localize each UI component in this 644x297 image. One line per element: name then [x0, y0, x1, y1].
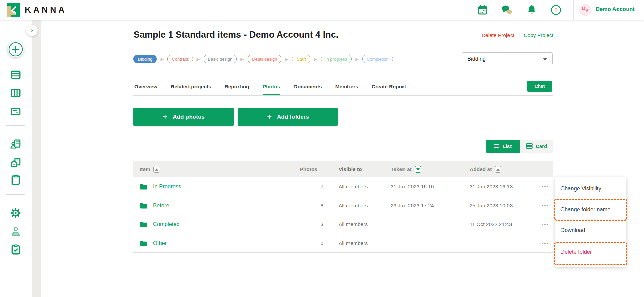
copy-project-link[interactable]: Copy Project: [524, 32, 553, 38]
rows-icon: [10, 69, 21, 80]
sidebar-divider: [6, 125, 25, 126]
account-avatar[interactable]: D A: [579, 4, 591, 16]
visible-to: All members: [325, 203, 391, 209]
pipeline-arrow-icon: ▶: [285, 57, 288, 62]
status-badge-bidding[interactable]: Bidding: [133, 55, 157, 63]
chevron-right-icon: ›: [31, 27, 33, 34]
sidebar-item-clipboard[interactable]: [10, 174, 21, 186]
help-icon[interactable]: ?: [550, 4, 562, 16]
status-badge-in-progress[interactable]: In progress: [321, 55, 352, 63]
table-row: Other 0 All members •••: [133, 234, 553, 253]
photos-count: 0: [295, 240, 325, 246]
add-photos-button[interactable]: + Add photos: [133, 108, 234, 126]
visible-to: All members: [325, 240, 391, 246]
tab-create-report[interactable]: Create Report: [372, 84, 406, 95]
row-more-button[interactable]: •••: [542, 203, 553, 208]
sort-asc-button[interactable]: [153, 166, 160, 173]
pipeline-arrow-icon: ▶: [240, 57, 244, 62]
sort-asc-button[interactable]: [495, 166, 501, 173]
tab-related-projects[interactable]: Related projects: [171, 84, 211, 95]
tab-bar: Overview Related projects Reporting Phot…: [133, 80, 553, 96]
row-more-button[interactable]: •••: [542, 240, 553, 246]
sort-asc-icon: [496, 168, 500, 171]
folder-icon: [140, 183, 148, 190]
kanna-logo-icon[interactable]: [7, 3, 20, 17]
chat-button[interactable]: Chat: [527, 81, 552, 92]
tab-overview[interactable]: Overview: [134, 84, 157, 95]
list-view-button[interactable]: List: [486, 140, 520, 153]
column-header-taken-at: Taken at: [391, 166, 412, 172]
pipeline-arrow-icon: ▶: [355, 57, 359, 62]
folder-link[interactable]: Completed: [153, 221, 180, 227]
card-icon: [10, 106, 21, 117]
sidebar-gutter: [32, 20, 41, 297]
menu-item-change-visibility[interactable]: Change Visibility: [560, 185, 601, 192]
header-divider: [573, 0, 574, 20]
sidebar-item-tasks[interactable]: [10, 244, 21, 255]
status-badge-completion[interactable]: Completion: [362, 55, 393, 63]
delete-project-link[interactable]: Delete Project: [482, 32, 514, 38]
row-more-button[interactable]: •••: [542, 184, 553, 189]
sidebar-item-settings[interactable]: [10, 207, 21, 219]
add-folders-button[interactable]: + Add folders: [238, 108, 338, 126]
sort-asc-icon: [155, 168, 158, 171]
menu-item-delete-folder[interactable]: Delete folder: [560, 249, 592, 255]
plus-icon: +: [267, 113, 272, 121]
card-view-icon: [526, 143, 533, 149]
status-badge-detail-design[interactable]: Detail design: [248, 55, 281, 63]
sidebar-item-client-projects[interactable]: [10, 138, 21, 150]
folder-link[interactable]: Before: [153, 202, 169, 209]
sort-desc-button-active[interactable]: [415, 166, 421, 173]
plus-icon: +: [163, 113, 167, 121]
folder-context-menu: Change Visibility Change folder name Dow…: [555, 177, 626, 267]
pipeline-arrow-icon: ▶: [160, 57, 164, 62]
sidebar-divider: [6, 264, 25, 264]
sidebar-item-card-view[interactable]: [10, 106, 21, 117]
status-pipeline: Bidding ▶ Contract ▶ Basic design ▶ Deta…: [133, 55, 393, 63]
folder-link[interactable]: Other: [153, 240, 167, 246]
folder-icon: [140, 240, 148, 247]
link-separator: |: [514, 32, 524, 38]
photos-count: 8: [295, 203, 325, 209]
sidebar-item-profile[interactable]: [10, 226, 21, 237]
folder-icon: [140, 221, 148, 228]
folders-table: Item Photos Visible to Taken at Added at: [133, 161, 553, 253]
column-header-item: Item: [140, 166, 150, 172]
visible-to: All members: [325, 221, 391, 227]
sidebar-item-list-view[interactable]: [10, 69, 21, 80]
photos-count: 3: [295, 221, 325, 227]
menu-item-download[interactable]: Download: [560, 227, 585, 234]
gear-icon: [10, 207, 21, 219]
avatar-initial: D: [582, 6, 585, 11]
menu-item-change-folder-name[interactable]: Change folder name: [560, 206, 611, 213]
notifications-bell-icon[interactable]: [526, 4, 538, 16]
calendar-icon[interactable]: [477, 4, 489, 16]
home-document-icon: [10, 157, 21, 168]
status-dropdown-value: Bidding: [467, 56, 486, 62]
person-icon: [10, 226, 21, 237]
sidebar-expand-button[interactable]: ›: [26, 25, 38, 36]
sidebar-divider: [6, 194, 25, 195]
plus-circle-icon: [8, 41, 24, 57]
status-badge-start[interactable]: Start: [292, 55, 310, 63]
sidebar-item-board-view[interactable]: [10, 87, 21, 99]
status-dropdown[interactable]: Bidding: [462, 52, 553, 65]
status-badge-contract[interactable]: Contract: [167, 55, 193, 63]
folder-link[interactable]: In Progress: [153, 183, 181, 190]
tab-members[interactable]: Members: [335, 84, 358, 95]
status-badge-basic-design[interactable]: Basic design: [204, 55, 237, 63]
tab-photos[interactable]: Photos: [263, 84, 280, 95]
sidebar-item-site-projects[interactable]: [10, 157, 21, 168]
tab-documents[interactable]: Documents: [293, 84, 322, 95]
card-view-button[interactable]: Card: [520, 140, 553, 153]
added-at: 11 Oct 2022 21:43: [470, 221, 542, 227]
view-toggle: List Card: [486, 140, 553, 153]
page-title: Sample 1 Standard items - Demo Account 4…: [133, 30, 338, 40]
svg-text:?: ?: [554, 7, 558, 14]
tab-reporting[interactable]: Reporting: [225, 84, 249, 95]
messages-icon[interactable]: [501, 4, 513, 16]
row-more-button[interactable]: •••: [542, 221, 553, 227]
create-new-button[interactable]: [8, 41, 24, 57]
account-name-link[interactable]: Demo Account: [596, 6, 635, 12]
main-content: Sample 1 Standard items - Demo Account 4…: [41, 20, 644, 297]
